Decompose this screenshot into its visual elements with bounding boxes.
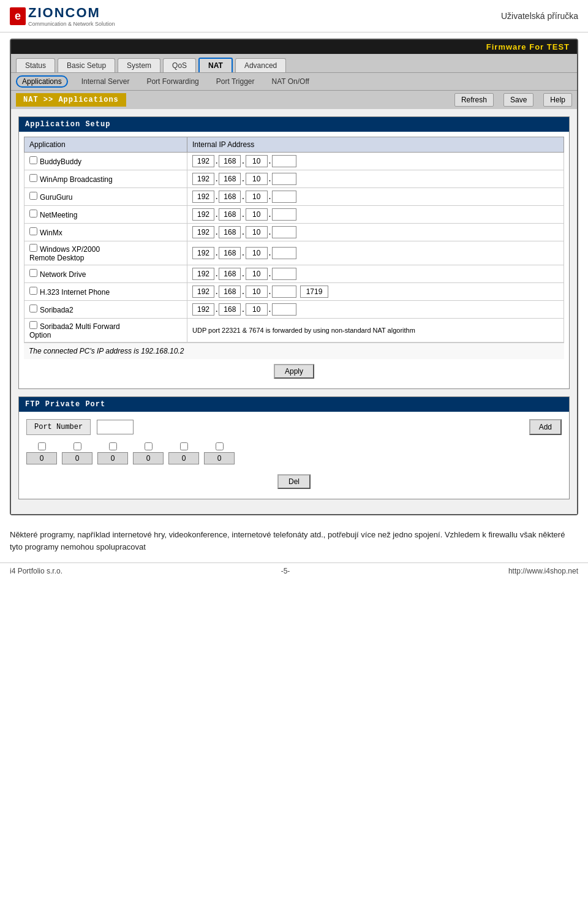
ip-seg-4[interactable] <box>272 286 296 298</box>
app-ip-cell: ... <box>187 301 564 319</box>
ip-seg-4[interactable] <box>272 173 296 185</box>
ip-seg-2[interactable] <box>219 191 241 203</box>
ftp-port-value-input[interactable] <box>168 452 199 464</box>
ip-seg-1[interactable] <box>192 268 214 280</box>
tab-advanced[interactable]: Advanced <box>235 58 286 72</box>
ip-seg-2[interactable] <box>219 247 241 259</box>
ip-seg-3[interactable] <box>246 226 268 238</box>
ip-seg-2[interactable] <box>219 286 241 298</box>
ip-seg-3[interactable] <box>246 268 268 280</box>
ftp-port-value-input[interactable] <box>26 452 57 464</box>
ip-dot: . <box>216 192 217 201</box>
ftp-port-value-input[interactable] <box>204 452 235 464</box>
app-checkbox[interactable] <box>29 321 37 329</box>
port-input[interactable] <box>300 286 328 298</box>
ip-seg-4[interactable] <box>272 208 296 221</box>
ip-seg-2[interactable] <box>219 303 241 316</box>
subnav-internal-server[interactable]: Internal Server <box>78 76 134 87</box>
ftp-port-value-input[interactable] <box>133 452 164 464</box>
status-row: The connected PC's IP address is 192.168… <box>24 343 564 359</box>
subnav-port-trigger[interactable]: Port Trigger <box>213 76 258 87</box>
ftp-port-value-input[interactable] <box>62 452 92 464</box>
tab-nat[interactable]: NAT <box>198 58 233 72</box>
ftp-port-checkbox[interactable] <box>38 442 46 450</box>
subnav-port-forwarding[interactable]: Port Forwarding <box>143 76 202 87</box>
ip-seg-3[interactable] <box>246 247 268 259</box>
ip-seg-4[interactable] <box>272 247 296 259</box>
app-checkbox[interactable] <box>29 192 37 200</box>
ip-seg-2[interactable] <box>219 155 241 167</box>
subnav-nat-onoff[interactable]: NAT On/Off <box>268 76 313 87</box>
ip-seg-1[interactable] <box>192 191 214 203</box>
ip-seg-3[interactable] <box>246 286 268 298</box>
ip-seg-4[interactable] <box>272 268 296 280</box>
port-number-label: Port Number <box>26 419 91 435</box>
apply-button[interactable]: Apply <box>274 364 314 379</box>
ftp-port-checkbox[interactable] <box>109 442 117 450</box>
ip-seg-4[interactable] <box>272 226 296 238</box>
ip-seg-4[interactable] <box>272 303 296 316</box>
ip-dot: . <box>216 157 217 165</box>
ip-seg-4[interactable] <box>272 191 296 203</box>
ip-seg-1[interactable] <box>192 286 214 298</box>
ftp-port-checkbox[interactable] <box>74 442 81 450</box>
app-checkbox[interactable] <box>29 210 37 218</box>
save-button[interactable]: Save <box>503 93 533 107</box>
table-row: NetMeeting... <box>24 206 564 224</box>
ip-seg-1[interactable] <box>192 226 214 238</box>
app-checkbox[interactable] <box>29 227 37 235</box>
ip-seg-1[interactable] <box>192 247 214 259</box>
ip-seg-1[interactable] <box>192 208 214 221</box>
ip-dot: . <box>269 305 271 314</box>
ftp-port-checkbox[interactable] <box>180 442 188 450</box>
ip-seg-2[interactable] <box>219 173 241 185</box>
app-label: NetMeeting <box>40 211 77 219</box>
ip-seg-3[interactable] <box>246 173 268 185</box>
app-checkbox[interactable] <box>29 305 37 312</box>
ip-seg-1[interactable] <box>192 303 214 316</box>
subnav-applications[interactable]: Applications <box>16 75 68 88</box>
ip-seg-3[interactable] <box>246 303 268 316</box>
ip-seg-2[interactable] <box>219 226 241 238</box>
del-button[interactable]: Del <box>277 474 311 489</box>
ip-dot: . <box>242 210 244 219</box>
tab-status[interactable]: Status <box>16 58 55 72</box>
port-number-input[interactable] <box>97 420 134 434</box>
firmware-banner: Firmware For TEST <box>11 40 577 54</box>
ip-seg-2[interactable] <box>219 268 241 280</box>
ftp-port-checkbox[interactable] <box>145 442 153 450</box>
app-checkbox[interactable] <box>29 156 37 164</box>
tab-qos[interactable]: QoS <box>163 58 196 72</box>
ip-seg-3[interactable] <box>246 191 268 203</box>
app-checkbox[interactable] <box>29 287 37 295</box>
app-checkbox[interactable] <box>29 244 37 252</box>
ip-seg-4[interactable] <box>272 155 296 167</box>
app-name-cell: Windows XP/2000 Remote Desktop <box>24 241 187 265</box>
app-checkbox[interactable] <box>29 269 37 277</box>
app-setup-panel: Application Setup Application Internal I… <box>18 116 570 389</box>
app-ip-cell: UDP port 22321 & 7674 is forwarded by us… <box>187 319 564 343</box>
add-button[interactable]: Add <box>529 419 562 435</box>
help-button[interactable]: Help <box>543 93 572 107</box>
ip-seg-2[interactable] <box>219 208 241 221</box>
ip-seg-1[interactable] <box>192 173 214 185</box>
ip-input-group: ... <box>192 268 559 280</box>
table-row: Soribada2 Multi Forward OptionUDP port 2… <box>24 319 564 343</box>
ip-seg-1[interactable] <box>192 155 214 167</box>
ftp-port-value-input[interactable] <box>97 452 128 464</box>
app-checkbox[interactable] <box>29 174 37 182</box>
ftp-port-checkbox[interactable] <box>216 442 224 450</box>
refresh-button[interactable]: Refresh <box>454 93 494 107</box>
footer-text: Některé programy, například internetové … <box>0 521 588 560</box>
table-row: Windows XP/2000 Remote Desktop... <box>24 241 564 265</box>
ip-seg-3[interactable] <box>246 208 268 221</box>
ip-dot: . <box>242 175 244 183</box>
table-row: Network Drive... <box>24 265 564 283</box>
app-label: WinMx <box>40 229 62 237</box>
tab-system[interactable]: System <box>118 58 160 72</box>
tab-basic-setup[interactable]: Basic Setup <box>58 58 115 72</box>
ip-seg-3[interactable] <box>246 155 268 167</box>
ip-dot: . <box>216 287 217 296</box>
app-ip-cell: ... <box>187 265 564 283</box>
ip-input-group: ... <box>192 226 559 238</box>
